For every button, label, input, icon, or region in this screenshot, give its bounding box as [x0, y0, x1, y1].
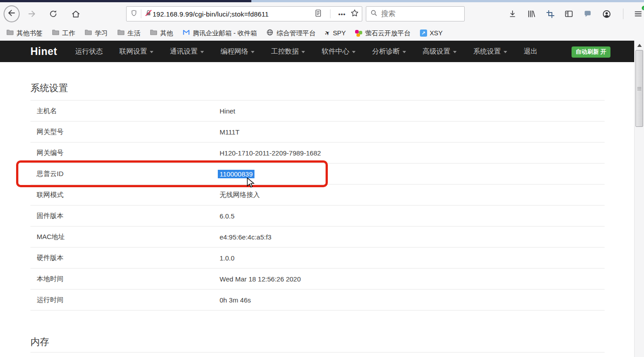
- auto-refresh-toggle[interactable]: 自动刷新 开: [572, 46, 610, 58]
- search-icon: [370, 9, 378, 19]
- scroll-up-arrow-icon[interactable]: [637, 44, 642, 47]
- page-actions-divider: [330, 9, 330, 18]
- page-actions-icon[interactable]: •••: [338, 11, 346, 17]
- nav-item-industrial-data[interactable]: 工控数据: [271, 47, 305, 56]
- chevron-down-icon: [150, 51, 153, 53]
- messages-bubble-icon[interactable]: [582, 8, 593, 20]
- selected-cloud-id-value[interactable]: 110000839: [218, 170, 254, 178]
- row-value: Hinet: [220, 107, 605, 115]
- vertical-scrollbar[interactable]: [634, 41, 644, 357]
- bookmark-folder-life[interactable]: 生活: [117, 29, 140, 38]
- reload-icon: [49, 9, 58, 18]
- row-value: 无线网络接入: [220, 191, 605, 199]
- row-label: 思普云ID: [30, 170, 220, 178]
- page-content: 系统设置 主机名 Hinet 网关型号 M111T 网关编号 H120-1710…: [0, 62, 634, 357]
- row-value: 0h 3m 46s: [220, 296, 605, 304]
- scrollbar-thumb[interactable]: [636, 50, 643, 127]
- forward-icon: [27, 9, 37, 19]
- menu-hamburger-icon[interactable]: ↑: [632, 8, 644, 20]
- bookmark-folder-study[interactable]: 学习: [85, 29, 108, 38]
- bookmark-management-platform[interactable]: 综合管理平台: [266, 29, 315, 38]
- chevron-down-icon: [402, 51, 406, 53]
- row-value: Wed Mar 18 12:56:26 2020: [220, 275, 605, 283]
- nav-item-comm-settings[interactable]: 通讯设置: [170, 47, 204, 56]
- row-label: 固件版本: [30, 212, 220, 220]
- chevron-down-icon: [504, 51, 507, 53]
- nav-item-system-settings[interactable]: 系统设置: [473, 47, 507, 56]
- chevron-down-icon: [352, 51, 356, 53]
- bookmark-folder-misc[interactable]: 其他: [150, 29, 173, 38]
- nav-item-programming-network[interactable]: 编程网络: [220, 47, 254, 56]
- home-button[interactable]: [68, 6, 83, 21]
- table-row: 运行时间 0h 3m 46s: [30, 289, 605, 310]
- row-label: 网关型号: [30, 128, 220, 136]
- folder-icon: [117, 29, 125, 37]
- reload-button[interactable]: [46, 6, 61, 21]
- nav-item-logout[interactable]: 退出: [524, 47, 538, 56]
- tencent-exmail-icon: [182, 29, 190, 37]
- row-value: 6.0.5: [220, 212, 605, 220]
- toolbar-divider: [623, 8, 623, 19]
- nav-item-diagnostics[interactable]: 分析诊断: [372, 47, 406, 56]
- bookmark-folder-other-tags[interactable]: 其他书签: [6, 29, 42, 38]
- bookmark-folder-work[interactable]: 工作: [52, 29, 75, 38]
- row-label: MAC地址: [30, 233, 220, 241]
- account-icon[interactable]: [601, 8, 612, 20]
- memory-section-divider: [30, 352, 605, 353]
- update-badge-icon: ↑: [641, 5, 644, 11]
- browser-window: 192.168.9.99/cgi-bin/luci/;stok=fd8611 •…: [0, 0, 644, 357]
- home-icon: [71, 9, 80, 19]
- shield-icon[interactable]: [130, 9, 138, 19]
- downloads-icon[interactable]: [507, 8, 518, 20]
- search-box[interactable]: [366, 6, 465, 21]
- reader-mode-icon[interactable]: [314, 9, 322, 19]
- nav-item-software-center[interactable]: 软件中心: [322, 47, 356, 56]
- nav-item-advanced-settings[interactable]: 高级设置: [423, 47, 457, 56]
- bookmarks-bar: 其他书签 工作 学习 生活 其他 腾讯企业邮箱 - 收件箱 综合管理平台 ✈ S: [0, 25, 644, 41]
- table-row: 固件版本 6.0.5: [30, 205, 605, 226]
- row-label: 运行时间: [30, 296, 220, 304]
- table-row: 联网模式 无线网络接入: [30, 184, 605, 205]
- nav-item-network-settings[interactable]: 联网设置: [119, 47, 153, 56]
- memory-section-title: 内存: [30, 336, 49, 348]
- url-bar[interactable]: 192.168.9.99/cgi-bin/luci/;stok=fd8611 •…: [126, 6, 362, 21]
- nav-item-running-status[interactable]: 运行状态: [75, 47, 103, 56]
- bookmark-ezviz-platform[interactable]: 萤石云开放平台: [355, 29, 411, 38]
- search-input[interactable]: [381, 10, 457, 18]
- sidebar-toggle-icon[interactable]: [563, 8, 575, 20]
- bookmark-xsy[interactable]: ↗ XSY: [420, 29, 443, 37]
- globe-icon: [266, 29, 274, 38]
- folder-icon: [6, 29, 14, 37]
- chevron-down-icon: [251, 51, 254, 53]
- chevron-down-icon: [453, 51, 457, 53]
- browser-toolbar: 192.168.9.99/cgi-bin/luci/;stok=fd8611 •…: [0, 2, 644, 25]
- table-row: 网关编号 H120-1710-2011-2209-7989-1682: [30, 142, 605, 163]
- site-logo: Hinet: [30, 46, 57, 58]
- chevron-down-icon: [200, 51, 204, 53]
- ezviz-icon: [355, 29, 362, 37]
- xsy-arrow-icon: ↗: [420, 29, 427, 37]
- row-label: 主机名: [30, 107, 220, 115]
- insecure-lock-icon[interactable]: [144, 9, 153, 19]
- row-value: H120-1710-2011-2209-7989-1682: [220, 149, 605, 157]
- row-label: 硬件版本: [30, 254, 220, 262]
- table-row: 本地时间 Wed Mar 18 12:56:26 2020: [30, 268, 605, 289]
- url-field[interactable]: 192.168.9.99/cgi-bin/luci/;stok=fd8611: [153, 10, 312, 18]
- table-row: 硬件版本 1.0.0: [30, 247, 605, 268]
- screenshot-crop-icon[interactable]: [544, 8, 556, 20]
- bookmark-star-icon[interactable]: [350, 8, 359, 19]
- folder-icon: [150, 29, 157, 37]
- library-icon[interactable]: [525, 8, 537, 20]
- row-label: 网关编号: [30, 149, 220, 157]
- bookmark-spy[interactable]: ✈ SPY: [325, 29, 346, 37]
- forward-button[interactable]: [24, 6, 39, 21]
- plane-icon: ✈: [323, 29, 331, 38]
- row-value: M111T: [220, 128, 605, 136]
- back-button[interactable]: [4, 5, 20, 22]
- table-row-cloud-id: 思普云ID 110000839: [30, 163, 605, 184]
- row-value: 1.0.0: [220, 254, 605, 262]
- bookmark-tencent-exmail[interactable]: 腾讯企业邮箱 - 收件箱: [182, 29, 257, 38]
- table-row: MAC地址 e4:95:6e:4c:a5:f3: [30, 226, 605, 247]
- back-icon: [7, 8, 17, 20]
- page-title: 系统设置: [30, 82, 68, 94]
